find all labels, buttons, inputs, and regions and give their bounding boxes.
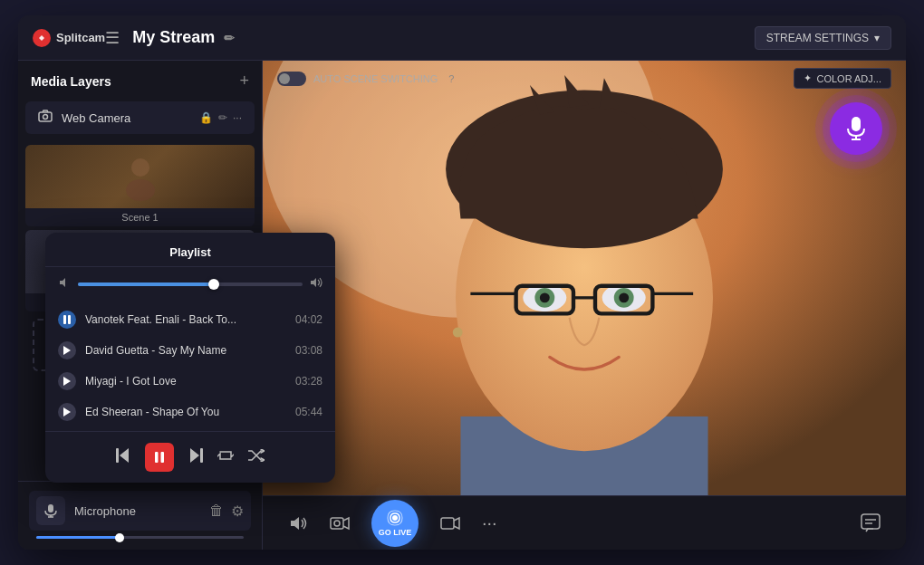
bottom-toolbar: GO LIVE ··· [263,495,906,550]
svg-rect-7 [48,504,53,512]
more-icon: ··· [482,512,497,533]
track-2-name: David Guetta - Say My Name [85,344,286,357]
preview-toolbar: AUTO SCENE SWITCHING ? ✦ COLOR ADJ... [263,61,906,96]
color-adj-icon: ✦ [804,72,812,84]
mic-section: Microphone 🗑 ⚙ [18,481,262,550]
track-item-1[interactable]: Vanotek Feat. Enali - Back To... 04:02 [45,304,335,335]
add-layer-button[interactable]: + [239,72,249,91]
mic-slider-handle [115,533,124,542]
volume-low-icon [58,276,71,292]
mic-icon-wrap [36,496,65,525]
layer-name: Web Camera [62,111,190,125]
auto-scene-label: AUTO SCENE SWITCHING [313,73,438,84]
track-item-2[interactable]: David Guetta - Say My Name 03:08 [45,335,335,366]
auto-scene-toggle-switch[interactable] [277,72,306,86]
mic-item: Microphone 🗑 ⚙ [29,491,251,531]
svg-point-27 [453,328,463,338]
mic-settings-icon[interactable]: ⚙ [231,503,244,520]
floating-mic-glow [815,88,897,169]
stream-settings-label: STREAM SETTINGS [766,32,869,44]
preview-area: AUTO SCENE SWITCHING ? ✦ COLOR ADJ... [263,61,906,550]
go-live-label: GO LIVE [379,528,412,537]
svg-point-2 [43,115,48,120]
track-2-duration: 03:08 [295,344,322,357]
svg-point-29 [334,521,340,526]
track-2-play-button[interactable] [58,341,76,359]
preview-video [263,61,906,495]
svg-point-20 [540,292,550,302]
color-adjust-button[interactable]: ✦ COLOR ADJ... [794,68,891,89]
floating-mic-button[interactable] [830,102,882,155]
auto-scene-info-icon[interactable]: ? [448,73,454,84]
chat-button[interactable] [853,506,888,541]
stream-settings-chevron: ▾ [874,32,880,44]
stream-settings-button[interactable]: STREAM SETTINGS ▾ [755,26,891,50]
prev-track-button[interactable] [116,448,130,466]
svg-rect-38 [155,452,159,463]
more-options-button[interactable]: ··· [475,505,505,541]
svg-rect-41 [852,117,861,131]
svg-rect-32 [861,514,880,529]
svg-rect-35 [63,315,66,324]
svg-point-3 [131,158,149,177]
app-container: Splitcam ☰ My Stream ✏ STREAM SETTINGS ▾… [18,15,906,550]
layer-actions: 🔒 ✏ ··· [199,111,242,124]
svg-rect-1 [39,112,52,121]
mic-name: Microphone [74,504,200,518]
playlist-header: Playlist [45,233,335,267]
toggle-knob [279,73,290,84]
color-adj-label: COLOR ADJ... [816,73,881,84]
title-bar-title: My Stream ✏ [132,28,235,47]
svg-rect-28 [331,518,343,529]
svg-point-30 [392,515,398,521]
volume-button[interactable] [281,506,315,541]
mic-slider-row [29,531,251,541]
volume-fill [78,282,213,286]
volume-handle [208,279,219,290]
svg-point-4 [126,179,155,201]
scene-item-1[interactable]: Scene 1 [25,145,255,226]
next-track-button[interactable] [188,448,203,466]
track-1-pause-button[interactable] [58,311,76,329]
pause-button[interactable] [145,443,174,472]
camera-button[interactable] [322,506,357,541]
layer-item-web-camera[interactable]: Web Camera 🔒 ✏ ··· [25,101,255,134]
splitcam-logo: Splitcam [33,29,105,47]
repeat-button[interactable] [217,449,234,465]
svg-rect-36 [68,315,71,324]
track-3-play-button[interactable] [58,372,76,390]
track-1-name: Vanotek Feat. Enali - Back To... [85,313,286,326]
mic-slider-fill [36,536,120,539]
edit-icon[interactable]: ✏ [224,31,235,45]
track-4-name: Ed Sheeran - Shape Of You [85,406,286,418]
svg-rect-40 [200,448,203,463]
volume-row [45,267,335,301]
track-list: Vanotek Feat. Enali - Back To... 04:02 D… [45,301,335,431]
lock-icon[interactable]: 🔒 [199,111,213,124]
menu-icon[interactable]: ☰ [105,28,120,48]
track-item-3[interactable]: Miyagi - I Got Love 03:28 [45,366,335,397]
track-item-4[interactable]: Ed Sheeran - Shape Of You 05:44 [45,397,335,427]
track-3-name: Miyagi - I Got Love [85,375,286,388]
more-layer-icon[interactable]: ··· [233,111,242,124]
volume-high-icon [310,276,322,292]
edit-layer-icon[interactable]: ✏ [218,111,227,124]
face-svg [263,61,906,495]
scene-1-label: Scene 1 [25,208,255,226]
preview-face [263,61,906,495]
app-name: Splitcam [56,31,105,44]
mic-delete-icon[interactable]: 🗑 [209,503,224,520]
mic-slider[interactable] [36,536,244,539]
title-bar: Splitcam ☰ My Stream ✏ STREAM SETTINGS ▾ [18,15,906,61]
go-live-button[interactable]: GO LIVE [371,500,419,547]
track-4-play-button[interactable] [58,403,76,421]
track-4-duration: 05:44 [295,406,322,418]
floating-mic-container [815,88,897,169]
shuffle-button[interactable] [248,449,265,465]
stream-title: My Stream [132,28,215,47]
scene-1-thumbnail [25,145,255,208]
svg-rect-31 [441,518,454,529]
volume-slider[interactable] [78,282,303,286]
record-button[interactable] [433,506,467,541]
svg-rect-37 [116,448,119,463]
